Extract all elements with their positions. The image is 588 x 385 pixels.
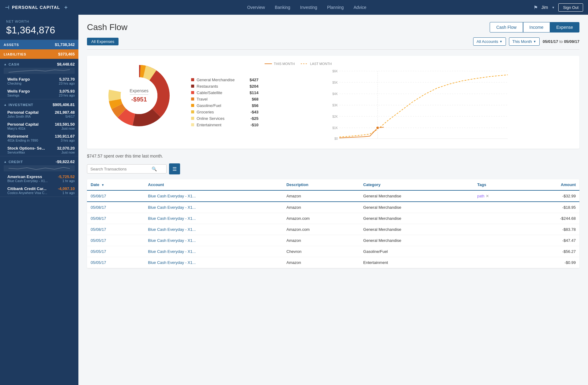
account-subname: Mary's 401k bbox=[7, 127, 55, 130]
category-cell: General Merchandise bbox=[360, 202, 473, 213]
cash-group-total: $8,448.62 bbox=[57, 62, 75, 67]
description-cell: Amazon.com bbox=[283, 224, 360, 235]
tags-cell bbox=[473, 202, 522, 213]
nav-overview[interactable]: Overview bbox=[247, 4, 265, 11]
summary-text: $747.57 spent over this time last month. bbox=[87, 154, 579, 158]
user-name[interactable]: Jim bbox=[541, 5, 548, 10]
date-cell: 05/08/17 bbox=[87, 224, 144, 235]
tag-close-icon[interactable]: ✕ bbox=[486, 194, 489, 198]
tags-cell bbox=[473, 224, 522, 235]
svg-text:28: 28 bbox=[488, 141, 491, 142]
transactions-table: Date ▼ Account Description Category Tags bbox=[87, 179, 579, 268]
date-cell: 05/08/17 bbox=[87, 213, 144, 224]
credit-group-header[interactable]: ▲ CREDIT -$9,822.62 bbox=[0, 156, 78, 165]
table-row[interactable]: 05/05/17 Blue Cash Everyday - X1... Amaz… bbox=[87, 235, 579, 246]
nav-investing[interactable]: Investing bbox=[300, 4, 317, 11]
svg-text:07: 07 bbox=[368, 141, 372, 142]
svg-text:$1K: $1K bbox=[332, 126, 338, 130]
table-row[interactable]: 05/05/17 Blue Cash Everyday - X1... Chev… bbox=[87, 246, 579, 257]
category-cell: General Merchandise bbox=[360, 235, 473, 246]
nav-planning[interactable]: Planning bbox=[327, 4, 344, 11]
filter-list-icon: ☰ bbox=[172, 166, 177, 172]
description-column-header[interactable]: Description bbox=[283, 179, 360, 190]
income-button[interactable]: Income bbox=[523, 22, 550, 32]
description-cell: Chevron bbox=[283, 246, 360, 257]
all-expenses-filter[interactable]: All Expenses bbox=[87, 38, 119, 45]
svg-text:$4K: $4K bbox=[332, 92, 338, 96]
table-body: 05/08/17 Blue Cash Everyday - X1... Amaz… bbox=[87, 190, 579, 268]
assets-bar[interactable]: ASSETS $1,738,342 bbox=[0, 40, 78, 49]
legend-item: Groceries -$43 bbox=[191, 110, 258, 114]
legend-name: Gasoline/Fuel bbox=[197, 103, 249, 108]
date-column-header[interactable]: Date ▼ bbox=[87, 179, 144, 190]
list-item[interactable]: Retirement 401k Ending in 7890 130,911.6… bbox=[0, 132, 78, 144]
sign-out-button[interactable]: Sign Out bbox=[558, 3, 583, 12]
assets-label: ASSETS bbox=[4, 43, 55, 47]
account-subname: Savings bbox=[7, 93, 59, 97]
filter-bar: All Expenses All Accounts ▼ This Month ▼… bbox=[87, 37, 579, 50]
credit-group: ▲ CREDIT -$9,822.62 American Express Blu… bbox=[0, 156, 78, 197]
list-item[interactable]: Citibank Credit Car... Costco Anywhere V… bbox=[0, 185, 78, 196]
account-time: Just now bbox=[57, 151, 75, 154]
search-icon: 🔍 bbox=[152, 166, 157, 171]
liabilities-bar[interactable]: LIABILITIES $373,465 bbox=[0, 49, 78, 59]
account-cell: Blue Cash Everyday - X1... bbox=[144, 235, 283, 246]
account-column-header[interactable]: Account bbox=[144, 179, 283, 190]
list-item[interactable]: Personal Capital Mary's 401k 163,591.50 … bbox=[0, 120, 78, 132]
view-toggle-group: Cash Flow Income Expense bbox=[490, 22, 579, 32]
date-cell: 05/08/17 bbox=[87, 190, 144, 202]
account-name: Wells Fargo bbox=[7, 77, 59, 82]
category-column-header[interactable]: Category bbox=[360, 179, 473, 190]
svg-point-26 bbox=[376, 126, 379, 129]
date-cell: 05/05/17 bbox=[87, 235, 144, 246]
cash-flow-button[interactable]: Cash Flow bbox=[490, 22, 523, 32]
nav-advice[interactable]: Advice bbox=[353, 4, 366, 11]
tags-cell bbox=[473, 246, 522, 257]
legend-dot bbox=[191, 110, 194, 113]
chart-legend: THIS MONTH LAST MONTH bbox=[265, 62, 573, 66]
legend-name: Travel bbox=[197, 97, 249, 101]
accounts-dropdown[interactable]: All Accounts ▼ bbox=[473, 37, 506, 46]
legend-item: Restaurants $204 bbox=[191, 84, 258, 89]
investment-group-header[interactable]: ▲ INVESTMENT $905,406.81 bbox=[0, 99, 78, 108]
tags-cell: path✕ bbox=[473, 190, 522, 202]
investment-triangle-icon: ▲ bbox=[4, 103, 7, 106]
cash-triangle-icon: ▲ bbox=[4, 63, 7, 66]
list-item[interactable]: Stock Options- Se... ServiceMax 32,070.2… bbox=[0, 144, 78, 156]
date-cell: 05/05/17 bbox=[87, 246, 144, 257]
cash-group-header[interactable]: ▲ CASH $8,448.62 bbox=[0, 59, 78, 68]
search-input[interactable] bbox=[90, 167, 152, 171]
legend-item: Travel $68 bbox=[191, 97, 258, 101]
list-item[interactable]: American Express Blue Cash Everyday - X1… bbox=[0, 173, 78, 185]
list-item[interactable]: Wells Fargo Checking 5,372.70 23 hrs ago bbox=[0, 75, 78, 87]
nav-banking[interactable]: Banking bbox=[275, 4, 290, 11]
account-name: Citibank Credit Car... bbox=[7, 186, 58, 191]
expense-button[interactable]: Expense bbox=[550, 22, 579, 32]
account-cell: Blue Cash Everyday - X1... bbox=[144, 213, 283, 224]
table-row[interactable]: 05/08/17 Blue Cash Everyday - X1... Amaz… bbox=[87, 190, 579, 202]
list-item[interactable]: Personal Capital John Smith IRA 261,987.… bbox=[0, 108, 78, 120]
account-cell: Blue Cash Everyday - X1... bbox=[144, 190, 283, 202]
accounts-dropdown-icon: ▼ bbox=[499, 40, 503, 43]
credit-group-total: -$9,822.62 bbox=[56, 159, 75, 164]
account-cell: Blue Cash Everyday - X1... bbox=[144, 257, 283, 268]
category-cell: General Merchandise bbox=[360, 224, 473, 235]
nav-add-icon[interactable]: + bbox=[64, 4, 68, 11]
donut-center: Expenses -$951 bbox=[130, 88, 148, 103]
table-row[interactable]: 05/08/17 Blue Cash Everyday - X1... Amaz… bbox=[87, 213, 579, 224]
account-time: Just now bbox=[55, 127, 75, 130]
brand-logo[interactable]: ⊣ PERSONAL CAPITAL + bbox=[5, 4, 68, 11]
this-month-dropdown[interactable]: This Month ▼ bbox=[509, 37, 540, 46]
account-time: 23 hrs ago bbox=[59, 82, 75, 85]
nav-right-section: ⚑ Jim ▼ Sign Out bbox=[533, 3, 583, 12]
amount-column-header[interactable]: Amount bbox=[522, 179, 579, 190]
table-row[interactable]: 05/08/17 Blue Cash Everyday - X1... Amaz… bbox=[87, 224, 579, 235]
filter-icon-button[interactable]: ☰ bbox=[169, 163, 180, 174]
tags-column-header[interactable]: Tags bbox=[473, 179, 522, 190]
table-row[interactable]: 05/05/17 Blue Cash Everyday - X1... Amaz… bbox=[87, 257, 579, 268]
list-item[interactable]: Wells Fargo Savings 3,075.93 23 hrs ago bbox=[0, 87, 78, 99]
account-subname: Costco Anywhere Visa C... bbox=[7, 191, 58, 195]
this-month-label: This Month bbox=[512, 39, 532, 44]
table-row[interactable]: 05/08/17 Blue Cash Everyday - X1... Amaz… bbox=[87, 202, 579, 213]
date-cell: 05/08/17 bbox=[87, 202, 144, 213]
